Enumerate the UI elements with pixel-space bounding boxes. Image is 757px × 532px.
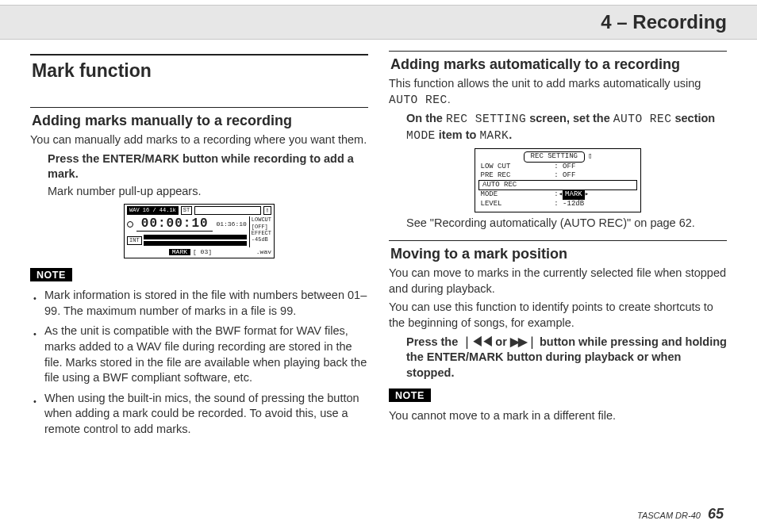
record-indicator-icon [127, 221, 133, 228]
lcd-mark-label: MARK [169, 249, 190, 255]
step-block: Press the ｜◀◀ or ▶▶｜ button while pressi… [406, 335, 727, 381]
body-text: This function allows the unit to add mar… [389, 76, 727, 108]
step-instruction: On the REC SETTING screen, set the AUTO … [406, 111, 727, 144]
rule [30, 107, 368, 108]
product-model: TASCAM DR-40 [637, 511, 701, 520]
rule [389, 51, 727, 52]
chapter-title: 4 – Recording [601, 11, 727, 33]
right-arrow-icon: ▸ [585, 190, 589, 198]
lcd-format-chip: WAV 16 / 44.1k [127, 206, 179, 215]
note-list: Mark information is stored in the file w… [30, 288, 368, 437]
lcd-menu-row: LEVEL : -12dB [479, 200, 637, 209]
step-instruction: Press the ENTER/MARK button while record… [48, 151, 368, 182]
note-item: Mark information is stored in the file w… [30, 288, 368, 319]
body-text: You can manually add marks to a recordin… [30, 132, 368, 148]
lcd-menu-group: AUTO REC [479, 181, 637, 190]
page-footer: TASCAM DR-40 65 [637, 506, 724, 522]
body-text: You can move to marks in the currently s… [389, 266, 727, 297]
left-column: Mark function Adding marks manually to a… [30, 46, 368, 442]
note-text: You cannot move to a mark in a different… [389, 408, 727, 424]
note-badge: NOTE [389, 388, 431, 402]
lcd-screenshot-recording: WAV 16 / 44.1k ST ▯ 00:00:10 01:36:10 IN… [124, 204, 275, 258]
note-item: As the unit is compatible with the BWF f… [30, 323, 368, 385]
lcd-mark-number: [ 03] [193, 249, 212, 255]
lcd-menu-row-selected: MODE :◂MARK▸ [479, 190, 637, 200]
moving-to-mark-heading: Moving to a mark position [390, 246, 727, 262]
adding-marks-manually-heading: Adding marks manually to a recording [32, 113, 368, 129]
left-arrow-icon: :◂ [554, 190, 563, 198]
cross-reference: See "Recording automatically (AUTO REC)"… [406, 216, 727, 232]
step-block: On the REC SETTING screen, set the AUTO … [406, 111, 727, 144]
step-block: Press the ENTER/MARK button while record… [48, 151, 368, 200]
lcd-menu-title: REC SETTING [524, 151, 585, 162]
mark-function-heading: Mark function [32, 60, 368, 82]
note-badge: NOTE [30, 268, 72, 281]
lcd-menu-row: LOW CUT : OFF [479, 163, 637, 171]
chapter-header: 4 – Recording [0, 5, 757, 40]
skip-previous-icon: ｜◀◀ [461, 335, 492, 348]
lcd-screenshot-rec-setting: REC SETTING ▯ LOW CUT : OFF PRE REC : OF… [475, 148, 641, 212]
lcd-side-column: LOWCUT [OFF] EFFECT -45dB [249, 216, 271, 247]
adding-marks-auto-heading: Adding marks automatically to a recordin… [390, 56, 727, 73]
rule [30, 54, 368, 55]
body-text: You can use this function to identify po… [389, 300, 727, 331]
step-result: Mark number pull-up appears. [48, 184, 368, 200]
note-item: When using the built-in mics, the sound … [30, 391, 368, 438]
lcd-input-chip: INT [127, 236, 142, 245]
step-instruction: Press the ｜◀◀ or ▶▶｜ button while pressi… [406, 335, 727, 381]
lcd-menu-row: PRE REC : OFF [479, 171, 637, 181]
right-column: Adding marks automatically to a recordin… [389, 46, 727, 442]
lcd-elapsed-time: 00:00:10 [136, 217, 213, 232]
lcd-file-ext: .wav [256, 249, 271, 255]
page-number: 65 [708, 506, 724, 522]
lcd-battery-icon: ▯ [588, 152, 592, 161]
lcd-channel-chip: ST [181, 206, 192, 215]
lcd-battery-icon: ▯ [263, 206, 271, 215]
rule [389, 240, 727, 241]
skip-next-icon: ▶▶｜ [510, 335, 536, 348]
lcd-remaining-time: 01:36:10 [216, 221, 246, 228]
